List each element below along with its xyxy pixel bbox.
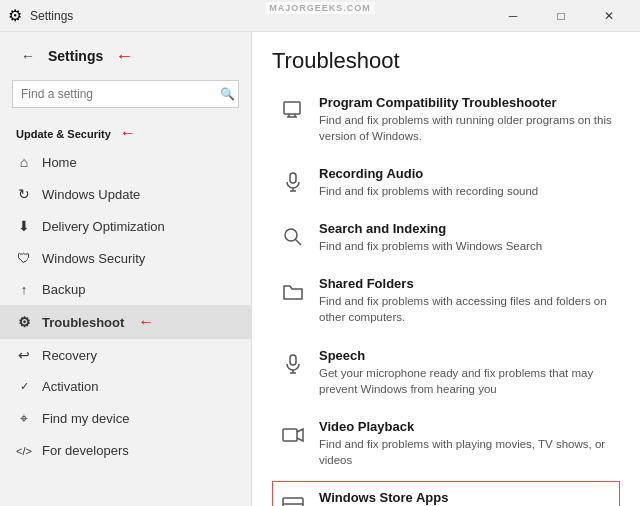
monitor-icon xyxy=(279,97,307,125)
sidebar-item-label: For developers xyxy=(42,443,129,458)
arrow-settings: ← xyxy=(115,46,133,67)
sidebar-item-activation[interactable]: ✓ Activation xyxy=(0,371,251,402)
item-desc: Find and fix problems with recording sou… xyxy=(319,183,538,199)
home-icon: ⌂ xyxy=(16,154,32,170)
item-title: Shared Folders xyxy=(319,276,613,291)
delivery-icon: ⬇ xyxy=(16,218,32,234)
mic-icon xyxy=(279,168,307,196)
sidebar-header: ← Settings ← xyxy=(0,32,251,76)
svg-rect-12 xyxy=(283,429,297,441)
security-icon: 🛡 xyxy=(16,250,32,266)
watermark: MAJORGEEKS.COM xyxy=(265,2,375,14)
close-button[interactable]: ✕ xyxy=(586,0,632,32)
list-item[interactable]: Shared Folders Find and fix problems wit… xyxy=(272,267,620,334)
item-desc: Find and fix problems with running older… xyxy=(319,112,613,144)
sidebar-nav: ⌂ Home ↻ Windows Update ⬇ Delivery Optim… xyxy=(0,146,251,466)
item-text: Program Compatibility Troubleshooter Fin… xyxy=(319,95,613,144)
list-item[interactable]: Search and Indexing Find and fix problem… xyxy=(272,212,620,263)
maximize-button[interactable]: □ xyxy=(538,0,584,32)
svg-line-8 xyxy=(296,240,302,246)
find-device-icon: ⌖ xyxy=(16,410,32,427)
list-item-windows-store[interactable]: Windows Store Apps Troubleshoot problems… xyxy=(272,481,620,506)
item-text: Windows Store Apps Troubleshoot problems… xyxy=(319,490,613,506)
item-text: Speech Get your microphone ready and fix… xyxy=(319,348,613,397)
title-bar-left: ⚙ Settings xyxy=(8,6,73,25)
list-item[interactable]: Video Playback Find and fix problems wit… xyxy=(272,410,620,477)
sidebar-item-label: Recovery xyxy=(42,348,97,363)
sidebar-item-delivery-optimization[interactable]: ⬇ Delivery Optimization xyxy=(0,210,251,242)
minimize-button[interactable]: ─ xyxy=(490,0,536,32)
backup-icon: ↑ xyxy=(16,282,32,297)
list-item[interactable]: Speech Get your microphone ready and fix… xyxy=(272,339,620,406)
search-icon-button[interactable]: 🔍 xyxy=(220,87,235,101)
item-desc: Find and fix problems with accessing fil… xyxy=(319,293,613,325)
sidebar-item-home[interactable]: ⌂ Home xyxy=(0,146,251,178)
sidebar-item-label: Troubleshoot xyxy=(42,315,124,330)
sidebar-title: Settings xyxy=(48,48,103,64)
title-bar-title: Settings xyxy=(30,9,73,23)
svg-rect-13 xyxy=(283,498,303,506)
item-title: Video Playback xyxy=(319,419,613,434)
sidebar-item-label: Find my device xyxy=(42,411,129,426)
item-title: Search and Indexing xyxy=(319,221,542,236)
item-desc: Find and fix problems with playing movie… xyxy=(319,436,613,468)
item-title: Windows Store Apps xyxy=(319,490,613,505)
sidebar-item-label: Home xyxy=(42,155,77,170)
troubleshoot-list: Program Compatibility Troubleshooter Fin… xyxy=(272,86,620,506)
item-text: Recording Audio Find and fix problems wi… xyxy=(319,166,538,199)
page-title: Troubleshoot xyxy=(272,48,620,74)
sidebar-item-troubleshoot[interactable]: ⚙ Troubleshoot ← xyxy=(0,305,251,339)
sidebar: ← Settings ← 🔍 Update & Security ← ⌂ Hom… xyxy=(0,32,252,506)
settings-icon: ⚙ xyxy=(8,6,22,25)
sidebar-item-label: Activation xyxy=(42,379,98,394)
sidebar-item-find-my-device[interactable]: ⌖ Find my device xyxy=(0,402,251,435)
item-desc: Find and fix problems with Windows Searc… xyxy=(319,238,542,254)
folder-icon xyxy=(279,278,307,306)
item-text: Shared Folders Find and fix problems wit… xyxy=(319,276,613,325)
list-item[interactable]: Recording Audio Find and fix problems wi… xyxy=(272,157,620,208)
svg-rect-4 xyxy=(290,173,296,183)
sidebar-item-label: Windows Update xyxy=(42,187,140,202)
sidebar-item-for-developers[interactable]: </> For developers xyxy=(0,435,251,466)
content-area: Troubleshoot Program Compatibility Troub… xyxy=(252,32,640,506)
activation-icon: ✓ xyxy=(16,380,32,393)
svg-rect-9 xyxy=(290,355,296,365)
sidebar-item-windows-update[interactable]: ↻ Windows Update xyxy=(0,178,251,210)
sidebar-item-windows-security[interactable]: 🛡 Windows Security xyxy=(0,242,251,274)
item-text: Video Playback Find and fix problems wit… xyxy=(319,419,613,468)
arrow-update-security: ← xyxy=(120,124,136,141)
item-title: Recording Audio xyxy=(319,166,538,181)
developers-icon: </> xyxy=(16,445,32,457)
sidebar-item-recovery[interactable]: ↩ Recovery xyxy=(0,339,251,371)
item-text: Search and Indexing Find and fix problem… xyxy=(319,221,542,254)
back-button[interactable]: ← xyxy=(16,44,40,68)
video-icon xyxy=(279,421,307,449)
app-container: ← Settings ← 🔍 Update & Security ← ⌂ Hom… xyxy=(0,32,640,506)
recovery-icon: ↩ xyxy=(16,347,32,363)
update-icon: ↻ xyxy=(16,186,32,202)
troubleshoot-icon: ⚙ xyxy=(16,314,32,330)
list-item[interactable]: Program Compatibility Troubleshooter Fin… xyxy=(272,86,620,153)
search-box: 🔍 xyxy=(12,80,239,108)
store-icon xyxy=(279,492,307,506)
sidebar-item-label: Delivery Optimization xyxy=(42,219,165,234)
sidebar-item-backup[interactable]: ↑ Backup xyxy=(0,274,251,305)
title-bar-controls: ─ □ ✕ xyxy=(490,0,632,32)
sidebar-item-label: Backup xyxy=(42,282,85,297)
item-desc: Get your microphone ready and fix proble… xyxy=(319,365,613,397)
svg-rect-0 xyxy=(284,102,300,114)
search-icon xyxy=(279,223,307,251)
arrow-troubleshoot: ← xyxy=(138,313,154,331)
item-title: Program Compatibility Troubleshooter xyxy=(319,95,613,110)
sidebar-item-label: Windows Security xyxy=(42,251,145,266)
speech-mic-icon xyxy=(279,350,307,378)
section-label: Update & Security ← xyxy=(0,116,251,146)
svg-point-7 xyxy=(285,229,297,241)
search-input[interactable] xyxy=(12,80,239,108)
item-title: Speech xyxy=(319,348,613,363)
